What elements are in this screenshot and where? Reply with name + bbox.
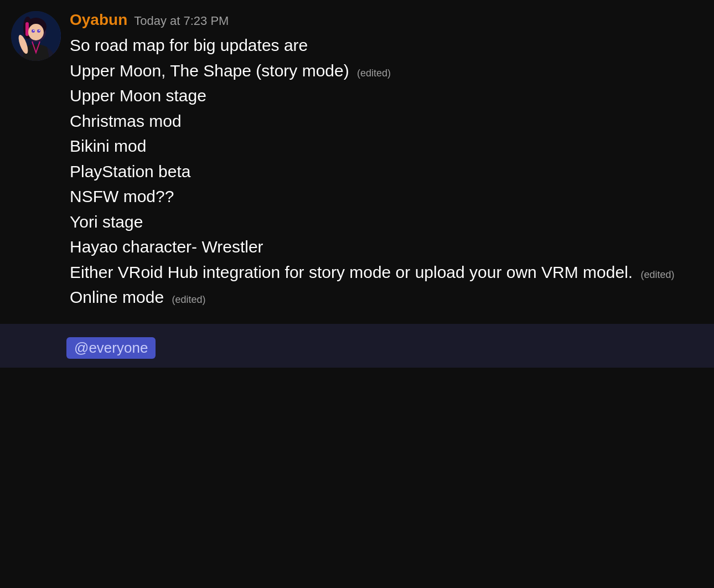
username: Oyabun <box>70 11 127 29</box>
message-line-10: Online mode (edited) <box>70 285 703 310</box>
edited-tag-9: (edited) <box>641 269 675 280</box>
mention-everyone-badge[interactable]: @everyone <box>66 337 156 359</box>
svg-point-8 <box>37 29 40 33</box>
svg-point-6 <box>28 24 44 40</box>
message-content: Oyabun Today at 7:23 PM So road map for … <box>70 11 703 311</box>
message-line-9: Either VRoid Hub integration for story m… <box>70 260 703 285</box>
message-block: Oyabun Today at 7:23 PM So road map for … <box>0 0 714 322</box>
avatar <box>11 11 61 61</box>
message-line-7: Yori stage <box>70 210 703 234</box>
svg-point-10 <box>39 30 40 31</box>
timestamp: Today at 7:23 PM <box>134 14 229 28</box>
edited-tag-10: (edited) <box>172 294 205 305</box>
message-line-5: PlayStation beta <box>70 159 703 184</box>
message-line-4: Bikini mod <box>70 134 703 158</box>
edited-tag-1: (edited) <box>357 68 391 79</box>
message-line-8: Hayao character- Wrestler <box>70 235 703 259</box>
message-header: Oyabun Today at 7:23 PM <box>70 11 703 29</box>
bottom-section: @everyone <box>0 324 714 368</box>
svg-point-7 <box>32 29 35 33</box>
message-line-2: Upper Moon stage <box>70 84 703 108</box>
message-line-intro: So road map for big updates are <box>70 33 703 58</box>
svg-rect-5 <box>25 22 29 36</box>
message-line-6: NSFW mod?? <box>70 184 703 209</box>
message-line-3: Christmas mod <box>70 109 703 133</box>
svg-point-9 <box>33 30 34 31</box>
message-line-1: Upper Moon, The Shape (story mode) (edit… <box>70 59 703 83</box>
